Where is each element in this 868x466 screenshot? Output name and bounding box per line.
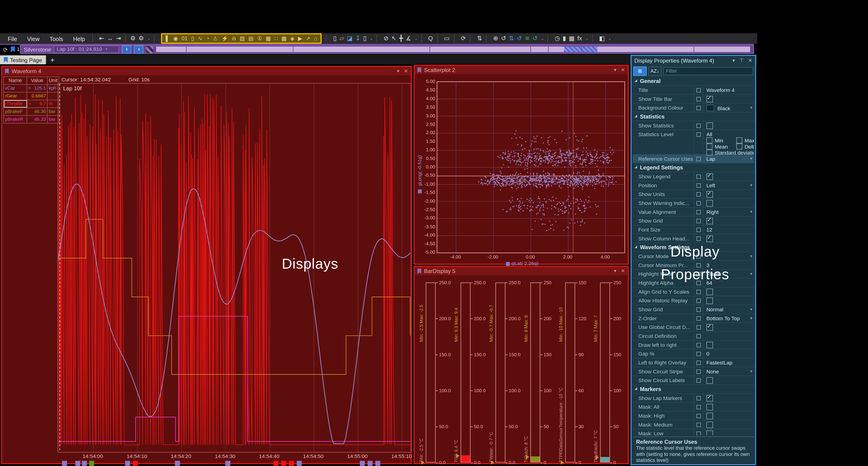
refresh-icon[interactable]: ⟳ xyxy=(460,34,467,43)
warning-icon[interactable]: ⚠ xyxy=(211,34,219,43)
prop-row-draw-left-to-right[interactable]: Draw left to right xyxy=(633,341,754,350)
zoom-in-icon[interactable]: ⊕ xyxy=(492,34,500,43)
new-page-icon[interactable]: ▯ xyxy=(332,34,338,43)
location-pin-icon[interactable]: ◉ xyxy=(172,34,180,43)
prop-row-font-size[interactable]: Font Size12 xyxy=(633,225,754,234)
scatterplot-menu-icon[interactable]: ▾ xyxy=(614,66,617,74)
finish-flag-icon[interactable] xyxy=(146,46,154,53)
bardisplay-menu-icon[interactable]: ▾ xyxy=(614,267,617,275)
pin-icon[interactable]: ⊤ xyxy=(739,56,744,65)
undo-icon[interactable]: ↺ xyxy=(500,34,507,43)
scatterplot-titlebar[interactable]: Scatterplot 2 ▾✕ xyxy=(415,66,628,74)
trend-line-icon[interactable]: ↗ xyxy=(304,34,312,43)
prop-row-position[interactable]: PositionLeft▾ xyxy=(633,181,754,190)
menu-help[interactable]: Help xyxy=(69,35,90,42)
contrast-icon[interactable]: ◧ xyxy=(598,34,606,43)
legend-row-vCar[interactable]: vCar=125.1kph xyxy=(4,85,59,93)
prop-row-gap-[interactable]: Gap %0 xyxy=(633,350,754,358)
legend-row-pBrakeF[interactable]: pBrakeF46.36bar xyxy=(4,108,59,116)
prop-row-use-global-circuit-d-[interactable]: Use Global Circuit D... xyxy=(633,323,754,332)
bookmark-icon[interactable] xyxy=(11,46,15,53)
section-legend-settings[interactable]: Legend Settings xyxy=(633,164,754,172)
lap-marker[interactable] xyxy=(297,461,302,466)
prop-row-align-grid-to-y-scales[interactable]: Align Grid to Y Scales xyxy=(633,287,754,296)
smooth-icon[interactable]: ≋ xyxy=(523,34,531,43)
lap-selector[interactable]: Lap 10f : 01:24.810 ▾ xyxy=(54,46,119,53)
lap-marker[interactable] xyxy=(89,461,94,466)
compass-icon[interactable]: ◈ xyxy=(288,34,296,43)
table-icon[interactable]: ▩ xyxy=(280,34,288,43)
prop-row-mask-low[interactable]: Mask: Low xyxy=(633,429,754,436)
open-folder-icon[interactable]: ▱ xyxy=(338,34,345,43)
add-tab-button[interactable]: + xyxy=(50,56,54,64)
palette-icon[interactable]: ▨ xyxy=(238,34,247,43)
memory-card-icon[interactable]: ▯ xyxy=(189,34,196,43)
fit-width-icon[interactable]: ↔ xyxy=(105,34,115,43)
bardisplay-titlebar[interactable]: BarDisplay 5 ▾✕ xyxy=(415,267,628,275)
chevron-down-icon[interactable]: ⌄ xyxy=(585,36,589,41)
home-icon[interactable]: ⌂ xyxy=(312,34,319,43)
menu-tools[interactable]: Tools xyxy=(45,35,68,42)
blank-page-icon[interactable]: ▯ xyxy=(362,34,368,43)
sort-alpha-button[interactable]: AZ↓ xyxy=(648,66,661,76)
legend-row-rGear[interactable]: rGear0.6667 xyxy=(4,93,59,100)
prop-row-left-to-right-overlay[interactable]: Left to Right OverlayFastestLap xyxy=(633,358,754,367)
link-cursor-icon[interactable]: ▭ xyxy=(442,34,451,43)
thermometer-icon[interactable]: ▌ xyxy=(164,34,172,43)
prop-row-background-colour[interactable]: Background ColourBlack▾ xyxy=(633,104,754,113)
prop-row-allow-historic-replay[interactable]: Allow Historic Replay xyxy=(633,296,754,305)
prop-row-show-grid[interactable]: Show Grid xyxy=(633,216,754,226)
pointer-icon[interactable]: ↖ xyxy=(390,34,398,43)
bar-track-3[interactable] xyxy=(496,282,505,462)
tab-testing-page[interactable]: Testing Page xyxy=(0,56,46,64)
sync-icon[interactable]: ⟳ xyxy=(2,45,9,54)
lap-marker[interactable] xyxy=(289,461,294,466)
battery-icon[interactable]: ▮ xyxy=(561,34,567,43)
no-edit-icon[interactable]: ⊘ xyxy=(382,34,390,43)
lap-marker[interactable] xyxy=(82,461,87,466)
bardisplay-close-icon[interactable]: ✕ xyxy=(621,267,625,275)
cursor-lines-icon[interactable]: ┊ xyxy=(122,34,129,43)
prop-row-statistics-level[interactable]: Statistics LevelAll▾MinMaxMeanDeltaStand… xyxy=(633,130,754,154)
save-icon[interactable]: ◪ xyxy=(345,34,354,43)
categorize-button[interactable]: ⊞ xyxy=(633,66,647,76)
scatter-plot[interactable] xyxy=(437,81,625,253)
lap-marker-strip[interactable] xyxy=(58,461,411,466)
prop-row-show-title-bar[interactable]: Show Title Bar xyxy=(633,95,754,104)
section-statistics[interactable]: Statistics xyxy=(633,113,754,121)
swap-vertical-icon[interactable]: ⇅ xyxy=(475,34,484,43)
legend-row-rThrottle[interactable]: rThrottle=9.7% xyxy=(4,100,59,108)
dot-grid-icon[interactable]: ∷ xyxy=(273,34,280,43)
scatterplot-close-icon[interactable]: ✕ xyxy=(621,66,625,74)
menu-view[interactable]: View xyxy=(23,35,44,42)
next-lap-button[interactable]: › xyxy=(134,45,144,53)
prop-row-mask-medium[interactable]: Mask: Medium xyxy=(633,420,754,429)
clipboard-icon[interactable]: ▤ xyxy=(247,34,255,43)
lap-marker[interactable] xyxy=(368,461,373,466)
prop-row-show-circuit-stripe[interactable]: Show Circuit StripeNone▾ xyxy=(633,367,754,376)
binary-icon[interactable]: 01 xyxy=(180,34,189,43)
filter-input[interactable] xyxy=(663,67,753,75)
page-one-icon[interactable]: ① xyxy=(255,34,264,43)
step-forward-icon[interactable]: ⇥ xyxy=(115,34,122,43)
function-fx-icon[interactable]: fx xyxy=(576,34,584,43)
lap-marker[interactable] xyxy=(375,461,380,466)
prop-row-mask-all[interactable]: Mask: All xyxy=(633,403,754,412)
calendar-add-icon[interactable]: ▦ xyxy=(264,34,273,43)
calculator-icon[interactable]: ▦ xyxy=(567,34,576,43)
prop-row-show-grid[interactable]: Show GridNormal▾ xyxy=(633,305,754,314)
history-icon[interactable]: ◔ xyxy=(204,34,211,43)
bar-track-4[interactable] xyxy=(530,282,540,462)
lap-marker[interactable] xyxy=(360,461,365,466)
properties-menu-icon[interactable]: ▾ xyxy=(733,56,735,65)
properties-header[interactable]: Display Properties (Waveform 4) ▾⊤✕ xyxy=(631,56,755,65)
session-timeline[interactable] xyxy=(156,47,750,52)
chevron-down-icon[interactable]: ⌄ xyxy=(147,36,151,41)
chevron-down-icon[interactable]: ⌄ xyxy=(540,36,544,41)
legend-row-pBrakeR[interactable]: pBrakeR46.33bar xyxy=(4,116,59,123)
menu-file[interactable]: File xyxy=(3,35,22,42)
angle-icon[interactable]: ∡ xyxy=(404,34,412,43)
lightning-icon[interactable]: ⚡ xyxy=(219,34,230,43)
prop-row-show-statistics[interactable]: Show Statistics xyxy=(633,121,754,130)
prev-lap-button[interactable]: ‹ xyxy=(122,45,131,53)
